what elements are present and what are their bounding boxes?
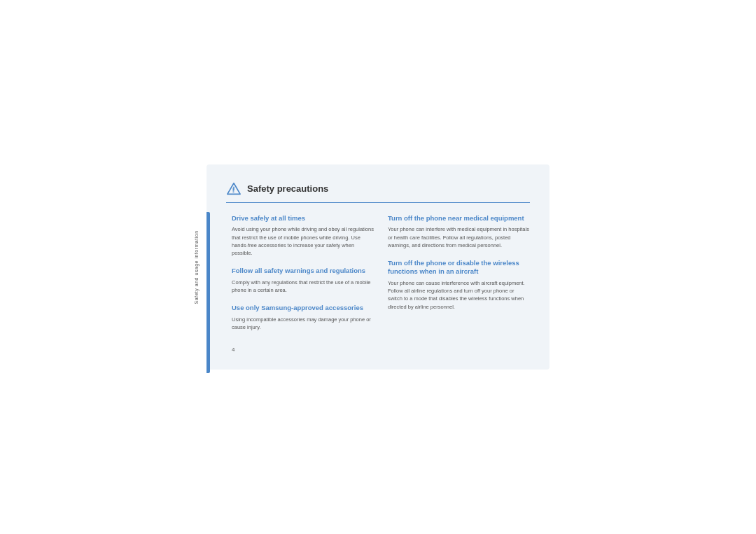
section-title-samsung-accessories: Use only Samsung-approved accessories: [232, 304, 374, 312]
section-drive-safely: Drive safely at all times Avoid using yo…: [232, 214, 374, 257]
section-title-turn-off-aircraft: Turn off the phone or disable the wirele…: [388, 259, 530, 276]
page-header: ! Safety precautions: [226, 181, 530, 203]
section-title-follow-warnings: Follow all safety warnings and regulatio…: [232, 267, 374, 275]
left-column: Drive safely at all times Avoid using yo…: [226, 214, 374, 341]
section-turn-off-aircraft: Turn off the phone or disable the wirele…: [388, 259, 530, 311]
section-title-drive-safely: Drive safely at all times: [232, 214, 374, 223]
right-column: Turn off the phone near medical equipmen…: [388, 214, 530, 341]
manual-page: Safety and usage information ! Safety pr…: [206, 164, 550, 370]
section-body-drive-safely: Avoid using your phone while driving and…: [232, 225, 374, 257]
content-columns: Drive safely at all times Avoid using yo…: [226, 214, 530, 341]
section-body-turn-off-medical: Your phone can interfere with medical eq…: [388, 225, 530, 249]
page-title: Safety precautions: [247, 183, 328, 194]
section-body-follow-warnings: Comply with any regulations that restric…: [232, 279, 374, 295]
page-container: Safety and usage information ! Safety pr…: [0, 0, 756, 534]
side-tab: Safety and usage information: [194, 230, 199, 304]
caution-triangle-icon: !: [226, 181, 241, 197]
section-follow-warnings: Follow all safety warnings and regulatio…: [232, 267, 374, 294]
section-body-turn-off-aircraft: Your phone can cause interference with a…: [388, 279, 530, 311]
section-turn-off-medical: Turn off the phone near medical equipmen…: [388, 214, 530, 249]
section-title-turn-off-medical: Turn off the phone near medical equipmen…: [388, 214, 530, 223]
page-number: 4: [226, 346, 530, 353]
section-samsung-accessories: Use only Samsung-approved accessories Us…: [232, 304, 374, 331]
section-body-samsung-accessories: Using incompatible accessories may damag…: [232, 316, 374, 332]
svg-point-2: [233, 191, 234, 192]
accent-bar: [206, 212, 210, 373]
